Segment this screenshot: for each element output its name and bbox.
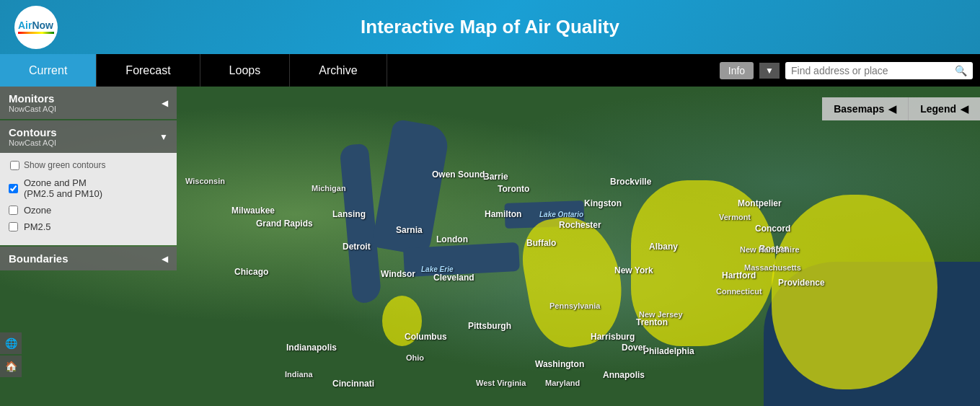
ozone-pm-checkbox[interactable] (9, 184, 18, 193)
logo-text: AirNow (18, 20, 54, 30)
logo-underline (18, 32, 54, 34)
logo[interactable]: AirNow (14, 6, 58, 49)
show-green-checkbox[interactable] (10, 161, 19, 170)
sidebar: Monitors NowCast AQI ◀ Contours NowCast … (0, 87, 177, 272)
nav-right: Info ▼ 🔍 (712, 54, 980, 87)
aqi-contour-4 (382, 296, 422, 346)
info-button[interactable]: Info (720, 62, 754, 79)
top-right-controls: Basemaps ◀ Legend ◀ (822, 97, 980, 120)
show-green-label: Show green contours (24, 160, 105, 170)
basemaps-arrow: ◀ (888, 103, 896, 115)
pm25-checkbox[interactable] (9, 222, 18, 231)
contours-panel: Contours NowCast AQI ▼ Show green contou… (0, 120, 177, 245)
lake-erie (403, 242, 520, 277)
ozone-label: Ozone (24, 205, 51, 216)
nav-dropdown-button[interactable]: ▼ (759, 63, 780, 79)
pm25-label: PM2.5 (24, 221, 51, 232)
ozone-row: Ozone (9, 205, 168, 216)
boundaries-title: Boundaries (9, 252, 69, 265)
home-icon-btn[interactable]: 🏠 (0, 356, 22, 377)
tab-forecast[interactable]: Forecast (97, 54, 200, 87)
header: AirNow Interactive Map of Air Quality (0, 0, 980, 54)
ozone-pm-label: Ozone and PM (PM2.5 and PM10) (24, 177, 102, 199)
search-box: 🔍 (785, 62, 973, 79)
basemaps-button[interactable]: Basemaps ◀ (822, 97, 909, 120)
contours-subtitle: NowCast AQI (9, 138, 57, 147)
show-green-row: Show green contours (9, 160, 168, 170)
monitors-panel-header[interactable]: Monitors NowCast AQI ◀ (0, 87, 177, 119)
page-title: Interactive Map of Air Quality (361, 16, 619, 38)
search-icon: 🔍 (955, 65, 967, 76)
legend-label: Legend (920, 103, 956, 115)
legend-arrow: ◀ (961, 103, 968, 115)
basemaps-label: Basemaps (834, 103, 884, 115)
ozone-pm-row: Ozone and PM (PM2.5 and PM10) (9, 177, 168, 199)
monitors-chevron: ◀ (162, 98, 168, 108)
contours-panel-content: Show green contours Ozone and PM (PM2.5 … (0, 153, 177, 245)
map-container[interactable]: TorontoBuffaloRochesterNew YorkAlbanyBos… (0, 87, 980, 406)
contours-panel-header[interactable]: Contours NowCast AQI ▼ (0, 120, 177, 153)
tab-loops[interactable]: Loops (200, 54, 291, 87)
legend-button[interactable]: Legend ◀ (909, 97, 980, 120)
monitors-title: Monitors (9, 92, 56, 105)
boundaries-panel-header[interactable]: Boundaries ◀ (0, 247, 177, 270)
globe-icon-btn[interactable]: 🌐 (0, 332, 22, 354)
ozone-checkbox[interactable] (9, 206, 18, 215)
left-icons: 🌐 🏠 (0, 332, 22, 377)
tab-archive[interactable]: Archive (290, 54, 387, 87)
boundaries-panel: Boundaries ◀ (0, 247, 177, 270)
pm25-row: PM2.5 (9, 221, 168, 232)
contours-chevron: ▼ (159, 132, 168, 142)
boundaries-chevron: ◀ (162, 254, 168, 264)
nav-tabs: Current Forecast Loops Archive Info ▼ 🔍 (0, 54, 980, 87)
tab-current[interactable]: Current (0, 54, 97, 87)
search-input[interactable] (791, 65, 955, 76)
logo-area[interactable]: AirNow (14, 6, 58, 49)
monitors-panel: Monitors NowCast AQI ◀ (0, 87, 177, 119)
monitors-subtitle: NowCast AQI (9, 105, 56, 113)
contours-title: Contours (9, 126, 57, 138)
